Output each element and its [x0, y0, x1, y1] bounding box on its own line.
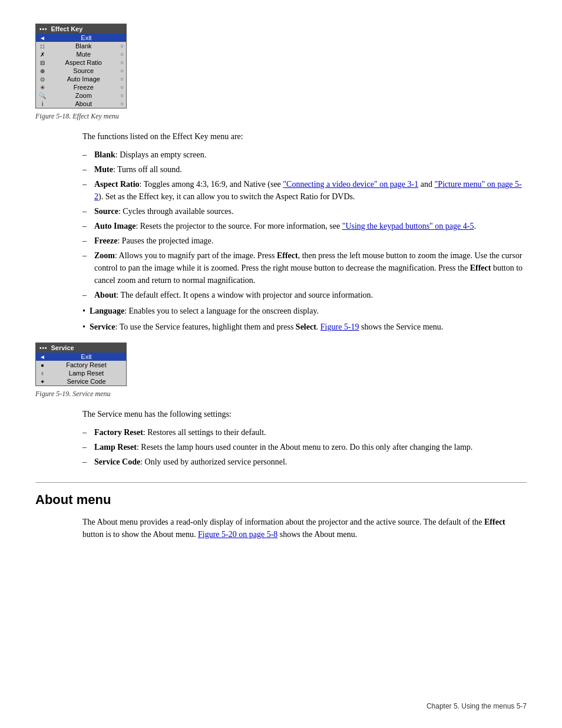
term-lamp-reset: Lamp Reset	[94, 443, 137, 452]
service-menu-item-label: Service Code	[49, 378, 124, 385]
term-aspect: Aspect Ratio	[94, 180, 140, 189]
term-zoom: Zoom	[94, 251, 115, 260]
service-intro: The Service menu has the following setti…	[82, 408, 527, 420]
dash-lamp-reset: Lamp Reset: Resets the lamp hours used c…	[82, 441, 527, 453]
menu-dots-icon: •••	[39, 26, 48, 32]
effect-key-dash-list: Blank: Displays an empty screen. Mute: T…	[82, 149, 527, 301]
menu-item-icon: ⊟	[38, 60, 47, 66]
effect-key-menu-item: ◄Exit	[36, 34, 126, 42]
zoom-effect-bold2: Effect	[470, 263, 491, 272]
menu-item-icon: ✳	[38, 84, 47, 91]
service-title: Service	[51, 344, 74, 351]
menu-item-icon: ✗	[38, 51, 47, 58]
effect-key-menu-box: ••• Effect Key ◄Exit□Blank○✗Mute○⊟Aspect…	[35, 24, 127, 108]
term-service-code: Service Code	[94, 457, 140, 466]
menu-item-radio: ○	[121, 51, 124, 57]
service-menu-item: ♀Lamp Reset	[36, 369, 126, 377]
effect-key-menu-item: □Blank○	[36, 42, 126, 50]
bullet-list: Language: Enables you to select a langua…	[82, 305, 527, 333]
service-menu-item-label: Exit	[49, 353, 124, 360]
menu-item-icon: i	[38, 101, 47, 107]
effect-key-title-bar: ••• Effect Key	[36, 24, 126, 34]
effect-key-intro: The functions listed on the Effect Key m…	[82, 130, 527, 143]
menu-item-label: Source	[49, 67, 118, 74]
term-autoimage: Auto Image	[94, 222, 135, 230]
dash-item-aspect: Aspect Ratio: Toggles among 4:3, 16:9, a…	[82, 178, 527, 203]
menu-item-label: Mute	[49, 51, 118, 58]
effect-key-menu-item: ⊕Source○	[36, 67, 126, 75]
service-menu-item-icon: ✦	[38, 378, 47, 385]
menu-item-icon: □	[38, 43, 47, 50]
menu-item-radio: ○	[121, 101, 124, 107]
menu-item-radio: ○	[121, 84, 124, 90]
section-divider	[35, 482, 527, 483]
about-menu-para: The About menu provides a read-only disp…	[82, 516, 527, 541]
menu-item-label: Auto Image	[49, 75, 118, 83]
menu-item-label: Aspect Ratio	[49, 59, 118, 66]
link-figure-519[interactable]: Figure 5-19	[320, 322, 359, 331]
service-menu-item-label: Factory Reset	[49, 361, 124, 368]
about-menu-content: The About menu provides a read-only disp…	[82, 516, 527, 541]
dash-factory-reset: Factory Reset: Restores all settings to …	[82, 426, 527, 439]
service-menu-item-label: Lamp Reset	[49, 370, 124, 377]
service-menu-box: ••• Service ◄Exit●Factory Reset♀Lamp Res…	[35, 342, 127, 386]
about-effect-bold: Effect	[484, 518, 505, 526]
link-figure-520[interactable]: Figure 5-20 on page 5-8	[198, 530, 277, 539]
menu-item-radio: ○	[121, 68, 124, 74]
menu-item-radio: ○	[121, 60, 124, 65]
dash-item-autoimage: Auto Image: Resets the projector to the …	[82, 220, 527, 232]
term-language: Language	[90, 307, 124, 315]
service-menu-screenshot: ••• Service ◄Exit●Factory Reset♀Lamp Res…	[35, 342, 527, 386]
menu-item-label: Freeze	[49, 84, 118, 91]
dash-item-about: About: The default effect. It opens a wi…	[82, 289, 527, 301]
service-menu-item-icon: ◄	[38, 354, 47, 360]
menu-item-icon: ⊙	[38, 76, 47, 83]
service-menu-item: ●Factory Reset	[36, 361, 126, 369]
link-keypad-buttons[interactable]: "Using the keypad buttons" on page 4-5	[342, 222, 474, 230]
service-content: The Service menu has the following setti…	[82, 408, 527, 468]
service-menu-item-icon: ●	[38, 362, 47, 368]
menu-item-label: Blank	[49, 42, 118, 50]
effect-key-items-container: ◄Exit□Blank○✗Mute○⊟Aspect Ratio○⊕Source○…	[36, 34, 126, 108]
menu-item-radio: ○	[121, 76, 124, 82]
page-footer: Chapter 5. Using the menus 5-7	[427, 702, 527, 710]
menu-item-label: Zoom	[49, 92, 118, 99]
menu-item-icon: ⊕	[38, 68, 47, 74]
term-blank: Blank	[94, 150, 115, 159]
menu-item-label: About	[49, 100, 118, 107]
service-menu-item-icon: ♀	[38, 370, 47, 377]
dash-item-freeze: Freeze: Pauses the projected image.	[82, 235, 527, 247]
menu-item-label: Exit	[49, 34, 124, 41]
dash-item-mute: Mute: Turns off all sound.	[82, 163, 527, 176]
menu-item-icon: 🔍	[38, 93, 47, 99]
service-caption: Figure 5-19. Service menu	[35, 390, 527, 398]
bullet-language: Language: Enables you to select a langua…	[82, 305, 527, 317]
page-content: ••• Effect Key ◄Exit□Blank○✗Mute○⊟Aspect…	[35, 24, 527, 541]
effect-key-content: The functions listed on the Effect Key m…	[82, 130, 527, 333]
service-menu-item: ◄Exit	[36, 353, 126, 361]
term-freeze: Freeze	[94, 236, 117, 245]
effect-key-title: Effect Key	[51, 25, 83, 32]
select-bold: Select	[296, 322, 316, 331]
service-dash-list: Factory Reset: Restores all settings to …	[82, 426, 527, 468]
effect-key-menu-item: iAbout○	[36, 100, 126, 108]
term-mute: Mute	[94, 165, 113, 174]
about-para3: shows the About menu.	[277, 530, 357, 539]
term-service: Service	[90, 322, 115, 331]
dash-item-blank: Blank: Displays an empty screen.	[82, 149, 527, 161]
bullet-service: Service: To use the Service features, hi…	[82, 321, 527, 333]
footer-text: Chapter 5. Using the menus 5-7	[427, 702, 527, 710]
term-source: Source	[94, 207, 118, 216]
effect-key-menu-item: ⊟Aspect Ratio○	[36, 58, 126, 67]
menu-item-radio: ○	[121, 93, 124, 98]
service-items-container: ◄Exit●Factory Reset♀Lamp Reset✦Service C…	[36, 353, 126, 386]
about-para2: button is to show the About menu.	[82, 530, 198, 539]
dash-service-code: Service Code: Only used by authorized se…	[82, 456, 527, 468]
service-menu-dots-icon: •••	[39, 345, 48, 351]
effect-key-menu-item: ⊙Auto Image○	[36, 75, 126, 83]
effect-key-menu-item: ✳Freeze○	[36, 83, 126, 91]
link-connecting-video[interactable]: "Connecting a video device" on page 3-1	[283, 180, 418, 189]
service-menu-item: ✦Service Code	[36, 377, 126, 386]
term-about: About	[94, 291, 116, 299]
menu-item-radio: ○	[121, 43, 124, 49]
